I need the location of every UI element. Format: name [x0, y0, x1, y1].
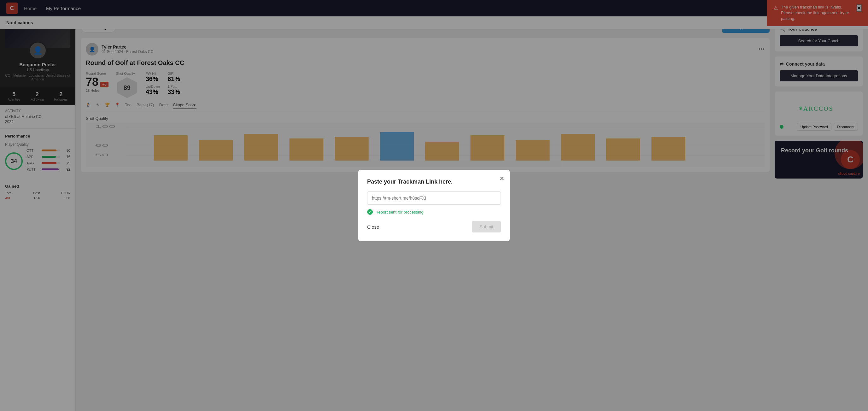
success-text: Report sent for processing [375, 210, 423, 215]
modal-success-message: ✓ Report sent for processing [367, 209, 501, 215]
success-check-icon: ✓ [367, 209, 373, 215]
modal-overlay: Paste your Trackman Link here. ✕ ✓ Repor… [0, 0, 868, 411]
modal-title: Paste your Trackman Link here. [367, 179, 501, 185]
modal-close-button[interactable]: Close [367, 224, 379, 230]
modal-submit-button[interactable]: Submit [472, 221, 501, 232]
modal-close-x-button[interactable]: ✕ [499, 175, 505, 182]
trackman-link-input[interactable] [367, 191, 501, 205]
modal-footer: Close Submit [367, 221, 501, 232]
trackman-modal: Paste your Trackman Link here. ✕ ✓ Repor… [358, 170, 510, 241]
